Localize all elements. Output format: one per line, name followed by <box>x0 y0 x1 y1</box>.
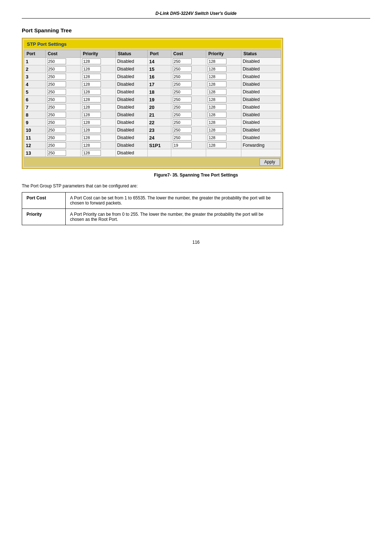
table-row: 8Disabled21Disabled <box>24 111 281 119</box>
stp-table: Port Cost Priority Status Port Cost Prio… <box>24 50 281 167</box>
col-status-right: Status <box>241 50 281 58</box>
stp-container: STP Port Settings Port Cost Priority Sta… <box>22 38 283 169</box>
table-row: 1Disabled14Disabled <box>24 58 281 65</box>
table-row: 3Disabled16Disabled <box>24 73 281 81</box>
table-row: 6Disabled19Disabled <box>24 96 281 104</box>
section-title: Port Spanning Tree <box>22 27 370 33</box>
params-table: Port CostA Port Cost can be set from 1 t… <box>22 192 283 225</box>
col-status-left: Status <box>115 50 147 58</box>
param-row: Port CostA Port Cost can be set from 1 t… <box>22 193 283 209</box>
page-header: D-Link DHS-3224V Switch User's Guide <box>22 11 370 19</box>
table-row: 13Disabled <box>24 149 281 157</box>
figure-caption: Figure7- 35. Spanning Tree Port Settings <box>22 173 370 178</box>
page-number: 116 <box>22 240 370 245</box>
table-row: 9Disabled22Disabled <box>24 119 281 126</box>
table-row: 11Disabled24Disabled <box>24 134 281 142</box>
table-row: 12DisabledS1P1Forwarding <box>24 142 281 149</box>
col-cost-left: Cost <box>45 50 81 58</box>
table-row: 5Disabled18Disabled <box>24 88 281 96</box>
table-row: 4Disabled17Disabled <box>24 81 281 88</box>
col-priority-left: Priority <box>81 50 116 58</box>
table-row: 2Disabled15Disabled <box>24 65 281 73</box>
table-row: 10Disabled23Disabled <box>24 126 281 134</box>
param-row: PriorityA Port Priority can be from 0 to… <box>22 209 283 225</box>
col-cost-right: Cost <box>171 50 206 58</box>
table-row: 7Disabled20Disabled <box>24 104 281 111</box>
stp-header: STP Port Settings <box>24 40 281 48</box>
col-port-left: Port <box>24 50 46 58</box>
col-port-right: Port <box>147 50 171 58</box>
apply-button[interactable]: Apply <box>260 158 280 166</box>
description-text: The Port Group STP parameters that can b… <box>22 183 370 189</box>
col-priority-right: Priority <box>206 50 241 58</box>
